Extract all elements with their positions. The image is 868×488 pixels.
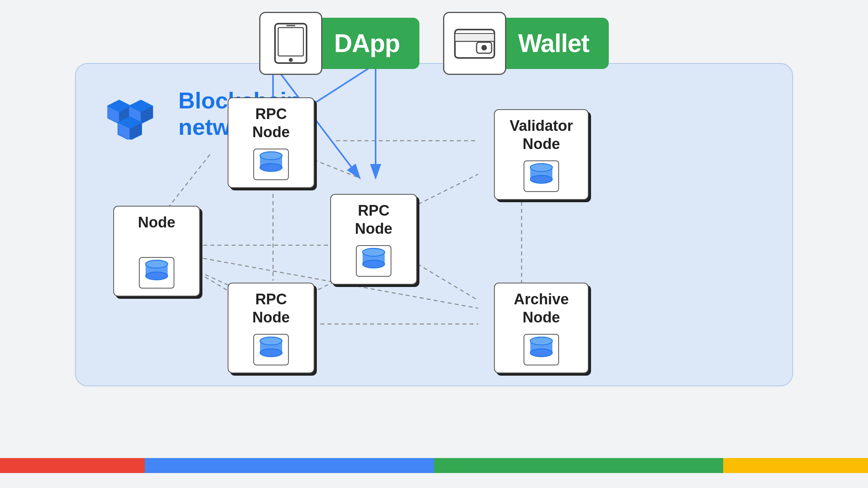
archive-node-label: ArchiveNode: [514, 291, 569, 326]
svg-line-14: [166, 155, 210, 210]
svg-point-53: [146, 272, 168, 280]
dapp-icon: [271, 22, 311, 65]
svg-point-50: [260, 337, 282, 345]
svg-point-45: [363, 260, 385, 268]
validator-node-db: [524, 160, 559, 192]
validator-node-label: ValidatorNode: [510, 117, 573, 153]
blockchain-icon: [107, 88, 166, 140]
svg-point-58: [530, 164, 552, 171]
svg-point-54: [146, 260, 168, 268]
svg-point-57: [530, 175, 552, 183]
plain-node-db: [139, 257, 174, 289]
footer-blue2: [289, 458, 434, 473]
rpc-node-top: RPCNode: [228, 97, 314, 188]
wallet-card: Wallet: [443, 12, 609, 75]
rpc-node-bot-label: RPCNode: [253, 291, 290, 326]
svg-point-41: [260, 164, 282, 171]
rpc-node-bot-db: [253, 334, 289, 365]
wallet-icon: [453, 26, 496, 61]
plain-node-label: Node: [138, 214, 176, 232]
footer-green2: [579, 458, 724, 473]
network-container: Blockchain network RPCNode RPCNode: [75, 63, 793, 386]
dapp-label-box: DApp: [314, 18, 420, 69]
wallet-icon-box: [443, 12, 506, 75]
footer-green1: [434, 458, 579, 473]
rpc-node-top-label: RPCNode: [253, 105, 290, 141]
footer-bar: [0, 458, 868, 473]
dapp-label: DApp: [334, 29, 400, 58]
archive-node-db: [524, 334, 559, 365]
svg-point-2: [289, 58, 293, 62]
svg-point-61: [530, 349, 552, 357]
rpc-node-mid: RPCNode: [330, 194, 417, 285]
rpc-node-mid-db: [356, 245, 391, 277]
dapp-card: DApp: [259, 12, 420, 75]
svg-rect-5: [455, 34, 494, 41]
svg-point-62: [530, 337, 552, 345]
svg-point-42: [260, 152, 282, 160]
plain-node: Node: [113, 206, 200, 296]
wallet-label: Wallet: [518, 29, 589, 58]
footer-red: [0, 458, 145, 473]
archive-node: ArchiveNode: [494, 283, 589, 373]
wallet-label-box: Wallet: [498, 18, 609, 69]
svg-rect-1: [278, 28, 303, 56]
dapp-icon-box: [259, 12, 322, 75]
svg-point-46: [363, 248, 385, 256]
footer-blue1: [145, 458, 290, 473]
svg-point-7: [481, 45, 487, 50]
rpc-node-bot: RPCNode: [228, 283, 314, 373]
main-canvas: DApp Wallet: [0, 0, 868, 473]
validator-node: ValidatorNode: [494, 109, 589, 200]
svg-point-49: [260, 349, 282, 357]
rpc-node-top-db: [253, 149, 289, 180]
footer-yellow: [723, 458, 868, 473]
rpc-node-mid-label: RPCNode: [355, 202, 393, 238]
top-row: DApp Wallet: [259, 12, 609, 75]
